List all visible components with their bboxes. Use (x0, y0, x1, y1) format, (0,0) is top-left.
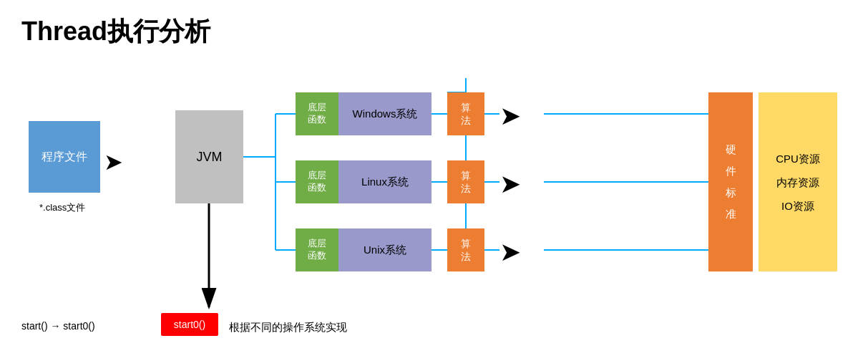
start0-box: start0() (161, 313, 218, 336)
class-label: *.class文件 (39, 201, 85, 214)
page: Thread执行分析 (0, 0, 868, 361)
arrow-row1: ➤ (499, 101, 521, 131)
row-unix: 底层函数 Unix系统 (296, 228, 431, 271)
arrow-prog-jvm: ➤ (104, 148, 123, 175)
sys-unix: Unix系统 (338, 228, 431, 271)
page-title: Thread执行分析 (21, 14, 847, 49)
diceng-windows: 底层函数 (296, 92, 338, 135)
hardware-box: 硬件标准 (708, 92, 753, 271)
arrow-row3: ➤ (499, 237, 521, 267)
suanfa-linux: 算法 (447, 160, 484, 203)
sys-linux: Linux系统 (338, 160, 431, 203)
start-label: start() → start0() (21, 320, 95, 332)
suanfa-unix: 算法 (447, 228, 484, 271)
cpu-box: CPU资源内存资源IO资源 (759, 92, 837, 271)
desc-text: 根据不同的操作系统实现 (229, 321, 347, 334)
suanfa-windows: 算法 (447, 92, 484, 135)
row-windows: 底层函数 Windows系统 (296, 92, 431, 135)
sys-windows: Windows系统 (338, 92, 431, 135)
diceng-linux: 底层函数 (296, 160, 338, 203)
jvm-box: JVM (175, 110, 243, 203)
arrow-row2: ➤ (499, 169, 521, 199)
diagram: 程序文件 *.class文件 ➤ JVM 底层函数 Windows系统 算法 底… (21, 64, 844, 350)
program-file-box: 程序文件 (29, 121, 100, 193)
row-linux: 底层函数 Linux系统 (296, 160, 431, 203)
diceng-unix: 底层函数 (296, 228, 338, 271)
